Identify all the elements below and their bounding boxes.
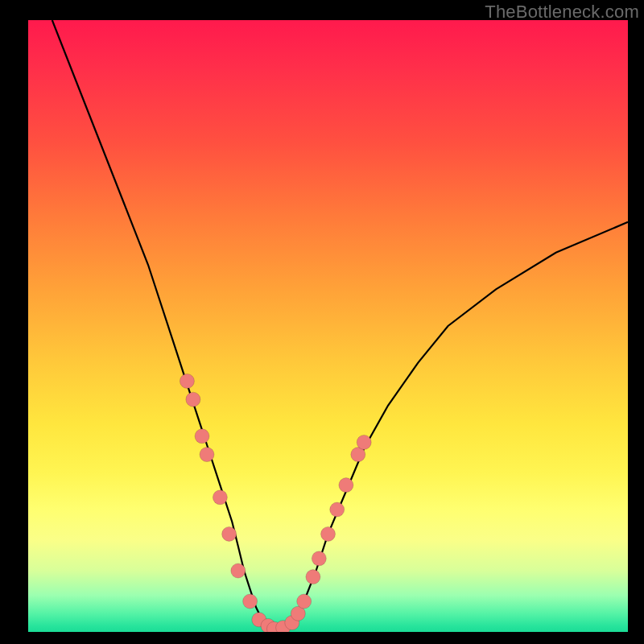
chart-frame: TheBottleneck.com [0,0,644,644]
data-marker [306,570,320,584]
data-marker [243,594,258,609]
data-marker [222,526,237,541]
data-marker [213,490,227,505]
data-marker [200,448,214,462]
watermark-text: TheBottleneck.com [485,2,639,23]
data-marker [195,429,209,444]
curve-group [52,20,628,629]
data-marker [357,435,371,449]
data-marker [297,594,312,609]
data-marker [312,551,326,566]
data-marker [339,478,353,493]
bottleneck-curve [52,20,628,629]
data-marker [186,392,200,407]
data-marker [180,374,194,388]
data-marker [231,564,246,578]
chart-svg [28,20,628,632]
marker-group [180,374,371,632]
data-marker [321,526,336,541]
data-marker [330,502,345,517]
plot-area [28,20,628,632]
